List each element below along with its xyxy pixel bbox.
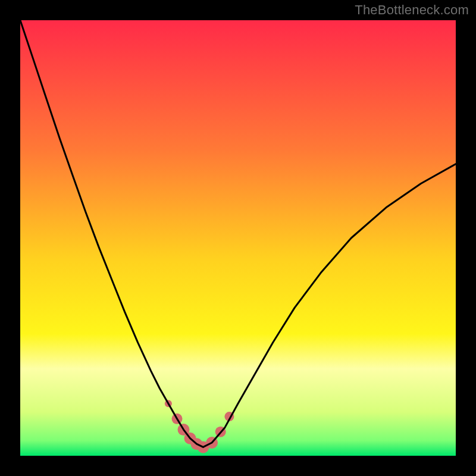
chart-frame: TheBottleneck.com [0, 0, 476, 476]
attribution-text: TheBottleneck.com [355, 2, 469, 18]
bottleneck-chart [0, 0, 476, 476]
plot-background [20, 20, 456, 456]
